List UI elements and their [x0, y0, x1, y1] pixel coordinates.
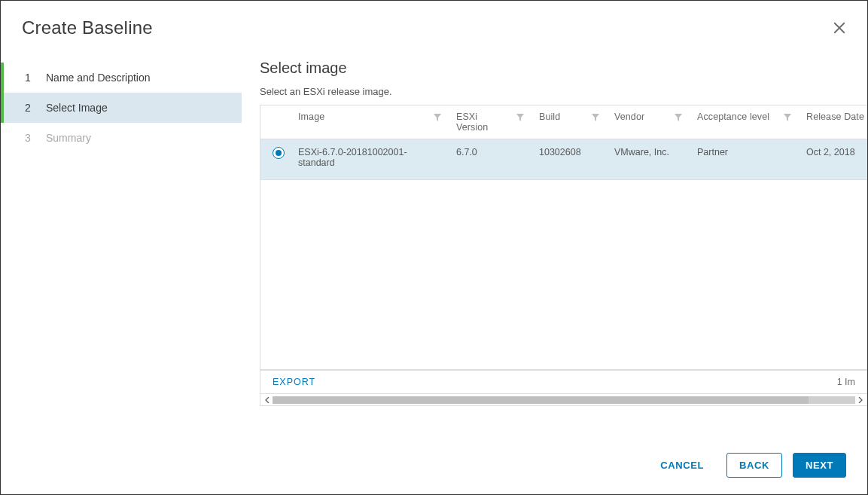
page-title: Select image [260, 60, 867, 77]
row-count: 1 Im [837, 377, 855, 387]
close-button[interactable] [833, 21, 846, 35]
dialog-footer: CANCEL BACK NEXT [1, 439, 867, 494]
cancel-button[interactable]: CANCEL [648, 453, 716, 478]
column-label: Acceptance level [697, 112, 769, 122]
step-number: 2 [25, 102, 35, 114]
image-table: Image ESXi Version [260, 105, 867, 180]
cell-image: ESXi-6.7.0-20181002001-standard [291, 139, 449, 179]
wizard-steps: 1 Name and Description 2 Select Image 3 … [1, 46, 242, 438]
column-label: Vendor [614, 112, 644, 122]
step-number: 1 [25, 72, 35, 84]
column-label: Build [539, 112, 560, 122]
table-row[interactable]: ESXi-6.7.0-20181002001-standard 6.7.0 10… [260, 139, 867, 179]
step-summary: 3 Summary [1, 123, 242, 153]
next-button[interactable]: NEXT [793, 453, 846, 478]
dialog-body: 1 Name and Description 2 Select Image 3 … [1, 46, 867, 438]
cell-vendor: VMware, Inc. [607, 139, 690, 179]
step-label: Summary [46, 132, 91, 144]
dialog-title: Create Baseline [22, 17, 153, 38]
close-icon [833, 21, 846, 35]
filter-icon[interactable] [784, 114, 791, 121]
dialog-header: Create Baseline [1, 1, 867, 46]
column-select [260, 105, 291, 139]
page-subtitle: Select an ESXi release image. [260, 86, 867, 97]
back-button[interactable]: BACK [726, 453, 782, 478]
export-link[interactable]: EXPORT [273, 377, 315, 387]
column-label: Image [298, 112, 324, 122]
column-acceptance-level[interactable]: Acceptance level [690, 105, 799, 139]
table-empty-area [260, 180, 867, 370]
filter-icon[interactable] [675, 114, 682, 121]
column-build[interactable]: Build [531, 105, 607, 139]
row-select-cell[interactable] [260, 139, 291, 179]
cell-release-date: Oct 2, 2018 [799, 139, 867, 179]
filter-icon[interactable] [592, 114, 599, 121]
cell-acceptance: Partner [690, 139, 799, 179]
column-esxi-version[interactable]: ESXi Version [449, 105, 531, 139]
horizontal-scrollbar[interactable] [260, 394, 867, 406]
cell-esxi-version: 6.7.0 [449, 139, 531, 179]
column-label: Release Date [806, 112, 864, 122]
filter-icon[interactable] [516, 114, 524, 121]
scroll-thumb[interactable] [273, 396, 809, 404]
scroll-track[interactable] [273, 396, 855, 404]
table-header-row: Image ESXi Version [260, 105, 867, 139]
create-baseline-dialog: Create Baseline 1 Name and Description 2… [0, 0, 868, 495]
step-number: 3 [25, 132, 35, 144]
step-label: Select Image [46, 102, 108, 114]
cell-build: 10302608 [531, 139, 607, 179]
filter-icon[interactable] [434, 114, 441, 121]
scroll-left-button[interactable] [262, 396, 273, 405]
step-select-image[interactable]: 2 Select Image [1, 93, 242, 123]
row-radio[interactable] [273, 147, 285, 159]
column-release-date[interactable]: Release Date [799, 105, 867, 139]
column-image[interactable]: Image [291, 105, 449, 139]
scroll-right-button[interactable] [855, 396, 866, 405]
step-name-and-description[interactable]: 1 Name and Description [1, 63, 242, 93]
step-label: Name and Description [46, 72, 151, 84]
main-panel: Select image Select an ESXi release imag… [242, 46, 867, 438]
column-vendor[interactable]: Vendor [607, 105, 690, 139]
table-footer: EXPORT 1 Im [260, 370, 867, 394]
column-label: ESXi Version [456, 112, 512, 133]
